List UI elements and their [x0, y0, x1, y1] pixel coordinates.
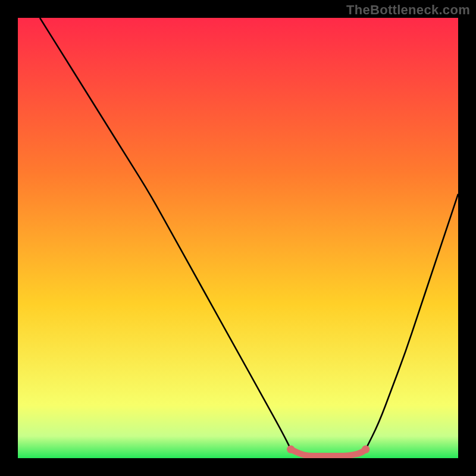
chart-frame: TheBottleneck.com: [0, 0, 476, 476]
gradient-background: [18, 18, 458, 458]
plot-area: [18, 18, 458, 458]
floor-end-dot: [362, 446, 369, 453]
watermark-text: TheBottleneck.com: [346, 2, 470, 18]
floor-start-dot: [287, 446, 295, 453]
chart-svg: [18, 18, 458, 458]
